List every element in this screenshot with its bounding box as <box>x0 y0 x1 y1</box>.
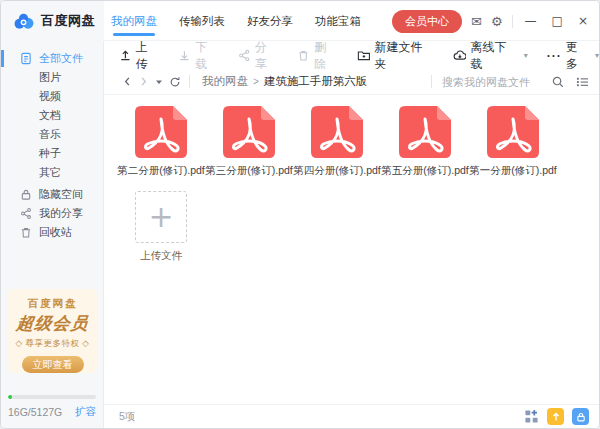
file-name: 第二分册(修订).pdf <box>117 164 205 178</box>
search-divider <box>431 75 432 88</box>
file-toolbar: 上传 下载 分享 删除 新建文件夹 离线下载 ▾ ··· 更多 ▾ <box>104 42 599 69</box>
file-item[interactable]: 第四分册(修订).pdf <box>293 106 381 178</box>
offline-download-cloud-icon <box>453 49 467 62</box>
sidebar-item-label: 全部文件 <box>39 51 83 66</box>
sidebar-item-all-files[interactable]: 全部文件 <box>1 49 103 68</box>
share-label: 分享 <box>255 39 279 73</box>
file-grid: 第二分册(修订).pdf 第三分册(修订).pdf 第四分册(修订).pdf 第… <box>105 96 599 276</box>
sidebar-item-others[interactable]: 其它 <box>1 163 103 182</box>
minimize-button[interactable]: — <box>522 14 540 28</box>
promo-view-now-button[interactable]: 立即查看 <box>22 356 84 373</box>
app-logo-text: 百度网盘 <box>41 12 95 30</box>
share-nodes-icon <box>238 49 251 62</box>
delete-label: 删除 <box>314 39 338 73</box>
app-logo: 百度网盘 <box>1 1 104 41</box>
quick-upload-button[interactable] <box>547 408 564 425</box>
tab-my-drive[interactable]: 我的网盘 <box>109 1 159 41</box>
search-input[interactable] <box>442 76 546 88</box>
download-label: 下载 <box>195 39 219 73</box>
sidebar-item-recycle-bin[interactable]: 回收站 <box>1 223 103 242</box>
search-box <box>442 76 589 88</box>
search-icon[interactable] <box>552 76 564 88</box>
member-center-button[interactable]: 会员中心 <box>392 10 462 33</box>
sidebar-item-label: 隐藏空间 <box>39 187 83 202</box>
expand-storage-link[interactable]: 扩容 <box>75 405 96 419</box>
sidebar-item-documents[interactable]: 文档 <box>1 106 103 125</box>
hidden-space-lock-button[interactable] <box>572 408 589 425</box>
widgets-grid-icon[interactable] <box>524 409 539 424</box>
sidebar-item-torrents[interactable]: 种子 <box>1 144 103 163</box>
file-name: 第四分册(修订).pdf <box>293 164 381 178</box>
sidebar-item-label: 回收站 <box>39 225 72 240</box>
upload-arrow-icon <box>119 49 132 62</box>
view-mode-icon[interactable] <box>576 76 589 88</box>
sidebar: 全部文件 图片 视频 文档 音乐 种子 其它 隐藏空间 我的分享 回收站 百度网… <box>1 41 104 428</box>
upload-arrow-icon <box>551 412 561 422</box>
sidebar-item-label: 种子 <box>39 146 61 161</box>
back-button[interactable] <box>119 74 135 90</box>
breadcrumb-separator: > <box>253 76 259 87</box>
new-folder-icon <box>357 49 371 62</box>
upload-button[interactable]: 上传 <box>119 39 159 73</box>
header-right: 会员中心 ✉ ⚙ — □ × <box>392 1 591 41</box>
breadcrumb-root[interactable]: 我的网盘 <box>202 74 248 89</box>
sidebar-item-videos[interactable]: 视频 <box>1 87 103 106</box>
more-label: 更多 <box>566 39 589 73</box>
breadcrumb-current: 建筑施工手册第六版 <box>264 74 368 89</box>
forward-button[interactable] <box>135 74 151 90</box>
download-button[interactable]: 下载 <box>178 39 218 73</box>
sidebar-item-label: 其它 <box>39 165 61 180</box>
history-dropdown-button[interactable] <box>151 74 167 90</box>
sidebar-item-my-shares[interactable]: 我的分享 <box>1 204 103 223</box>
new-folder-label: 新建文件夹 <box>375 39 434 73</box>
file-item[interactable]: 第一分册(修订).pdf <box>469 106 557 178</box>
ellipsis-icon: ··· <box>547 49 562 63</box>
settings-gear-icon[interactable]: ⚙ <box>491 15 503 28</box>
storage-usage-text: 16G/5127G <box>8 406 62 418</box>
upload-tile-label: 上传文件 <box>140 249 182 263</box>
sidebar-item-music[interactable]: 音乐 <box>1 125 103 144</box>
sidebar-item-label: 音乐 <box>39 127 61 142</box>
maximize-button[interactable]: □ <box>549 14 566 28</box>
new-folder-button[interactable]: 新建文件夹 <box>357 39 434 73</box>
plus-icon: + <box>148 202 173 232</box>
storage-progress-bar <box>8 395 96 399</box>
more-button[interactable]: ··· 更多 ▾ <box>547 39 599 73</box>
close-button[interactable]: × <box>575 14 591 28</box>
upload-dropzone[interactable]: + <box>135 191 187 243</box>
svip-promo-banner[interactable]: 百度网盘 超级会员 ◇ 尊享更多特权 ◇ 立即查看 <box>8 289 97 373</box>
chevron-down-icon: ▾ <box>524 51 528 60</box>
storage-progress-fill <box>8 395 12 399</box>
trash-icon <box>297 49 310 62</box>
file-item[interactable]: 第五分册(修订).pdf <box>381 106 469 178</box>
promo-title-text: 超级会员 <box>7 312 98 335</box>
header-divider <box>512 15 513 28</box>
lock-icon <box>20 188 32 201</box>
sidebar-item-label: 图片 <box>39 70 61 85</box>
file-name: 第一分册(修订).pdf <box>469 164 557 178</box>
status-bar: 5项 <box>104 404 599 428</box>
lock-icon <box>576 412 586 422</box>
tab-toolbox[interactable]: 功能宝箱 <box>313 1 363 41</box>
delete-button[interactable]: 删除 <box>297 39 337 73</box>
promo-brand-text: 百度网盘 <box>8 297 97 311</box>
storage-row: 16G/5127G 扩容 <box>8 405 96 419</box>
tab-friend-share[interactable]: 好友分享 <box>245 1 295 41</box>
file-item[interactable]: 第二分册(修订).pdf <box>117 106 205 178</box>
mail-icon[interactable]: ✉ <box>471 15 482 28</box>
document-icon <box>20 52 32 65</box>
tab-transfer-list[interactable]: 传输列表 <box>177 1 227 41</box>
upload-file-tile[interactable]: + 上传文件 <box>117 191 205 263</box>
download-arrow-icon <box>178 49 191 62</box>
promo-subtitle-text: ◇ 尊享更多特权 ◇ <box>8 338 97 350</box>
statusbar-actions <box>524 408 589 425</box>
refresh-button[interactable] <box>167 74 183 90</box>
path-bar: 我的网盘 > 建筑施工手册第六版 <box>104 69 599 95</box>
file-item[interactable]: 第三分册(修订).pdf <box>205 106 293 178</box>
pdf-file-icon <box>487 106 539 158</box>
sidebar-item-pictures[interactable]: 图片 <box>1 68 103 87</box>
offline-download-button[interactable]: 离线下载 ▾ <box>453 39 528 73</box>
sidebar-item-hidden-space[interactable]: 隐藏空间 <box>1 185 103 204</box>
share-button[interactable]: 分享 <box>238 39 278 73</box>
refresh-icon <box>169 76 181 88</box>
